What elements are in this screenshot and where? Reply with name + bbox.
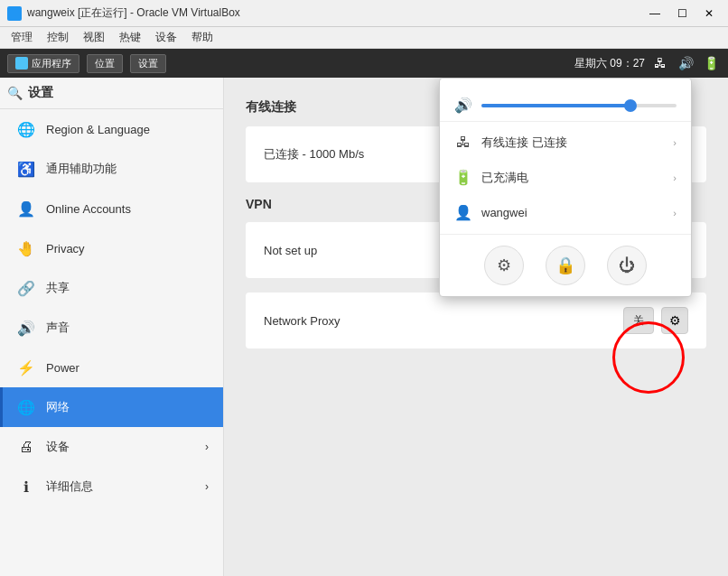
titlebar-controls: — ☐ ✕ xyxy=(643,5,721,23)
menubar-item-热键[interactable]: 热键 xyxy=(112,28,148,47)
proxy-card: Network Proxy 关 ⚙ xyxy=(246,293,706,348)
taskbar-settings-label: 设置 xyxy=(138,57,158,70)
volume-thumb xyxy=(624,99,637,112)
devices-chevron-icon: › xyxy=(205,441,209,453)
taskbar-settings[interactable]: 设置 xyxy=(130,54,166,73)
tray-user-icon: 👤 xyxy=(454,204,472,221)
volume-tray-icon[interactable]: 🔊 xyxy=(676,53,695,73)
taskbar-right: 星期六 09：27 🖧 🔊 🔋 xyxy=(574,53,721,73)
sound-icon: 🔊 xyxy=(17,319,35,337)
volume-track xyxy=(481,104,628,107)
taskbar-left: 应用程序 位置 设置 xyxy=(7,54,166,73)
volume-icon: 🔊 xyxy=(454,97,472,114)
menubar: 管理控制视图热键设备帮助 xyxy=(0,27,728,49)
restore-button[interactable]: ☐ xyxy=(670,5,694,23)
accessibility-icon: ♿ xyxy=(17,160,35,178)
proxy-settings-button[interactable]: ⚙ xyxy=(661,307,688,334)
sidebar-item-region[interactable]: 🌐 Region & Language xyxy=(0,109,223,149)
sidebar-item-devices[interactable]: 🖨 设备 › xyxy=(0,427,223,467)
tray-user-chevron: › xyxy=(673,208,677,218)
vpn-status: Not set up xyxy=(264,244,317,257)
details-chevron-icon: › xyxy=(205,480,209,493)
taskbar-location-label: 位置 xyxy=(95,57,115,70)
sidebar-item-details[interactable]: ℹ 详细信息 › xyxy=(0,467,223,506)
taskbar-app-label: 应用程序 xyxy=(32,57,71,70)
taskbar-datetime: 星期六 09：27 xyxy=(574,56,645,71)
network-icon: 🌐 xyxy=(17,398,35,416)
titlebar: wangweix [正在运行] - Oracle VM VirtualBox —… xyxy=(0,0,728,27)
proxy-label: Network Proxy xyxy=(264,314,341,328)
taskbar-app-icon[interactable]: 应用程序 xyxy=(7,54,79,73)
minimize-button[interactable]: — xyxy=(643,5,667,23)
tray-power-button[interactable]: ⏻ xyxy=(607,246,647,285)
volume-row: 🔊 xyxy=(440,89,691,122)
sidebar-item-accessibility[interactable]: ♿ 通用辅助功能 xyxy=(0,149,223,189)
sidebar-item-power[interactable]: ⚡ Power xyxy=(0,348,223,387)
menubar-item-视图[interactable]: 视图 xyxy=(76,28,112,47)
tray-lock-button[interactable]: 🔒 xyxy=(546,246,585,285)
wired-status: 已连接 - 1000 Mb/s xyxy=(264,146,364,163)
tray-wired-label: 有线连接 已连接 xyxy=(481,135,664,151)
menubar-item-帮助[interactable]: 帮助 xyxy=(184,28,220,47)
tray-battery-label: 已充满电 xyxy=(481,170,664,186)
titlebar-app-icon xyxy=(7,6,22,21)
tray-wired-item[interactable]: 🖧 有线连接 已连接 › xyxy=(440,125,691,160)
sidebar-search[interactable]: 🔍 设置 xyxy=(0,78,223,109)
sidebar-item-sound-label: 声音 xyxy=(46,320,70,336)
content-area: 有线连接 已连接 - 1000 Mb/s ⚙ VPN Not set up ⚙ … xyxy=(224,78,728,576)
power-icon: ⚡ xyxy=(17,358,35,376)
online-accounts-icon: 👤 xyxy=(17,200,35,218)
sidebar-item-sound[interactable]: 🔊 声音 xyxy=(0,308,223,348)
tray-battery-item[interactable]: 🔋 已充满电 › xyxy=(440,160,691,195)
devices-icon: 🖨 xyxy=(17,438,35,456)
sidebar-item-network-label: 网络 xyxy=(46,399,70,415)
sidebar-item-online-accounts[interactable]: 👤 Online Accounts xyxy=(0,189,223,228)
sidebar-item-region-label: Region & Language xyxy=(46,123,150,136)
sidebar-item-sharing[interactable]: 🔗 共享 xyxy=(0,268,223,308)
sidebar-item-accessibility-label: 通用辅助功能 xyxy=(46,161,117,177)
taskbar: 应用程序 位置 设置 星期六 09：27 🖧 🔊 🔋 xyxy=(0,49,728,78)
power-tray-icon[interactable]: 🔋 xyxy=(701,53,721,73)
volume-slider[interactable] xyxy=(481,104,677,107)
sidebar-item-devices-label: 设备 xyxy=(46,439,70,455)
sidebar-item-online-accounts-label: Online Accounts xyxy=(46,202,131,216)
sharing-icon: 🔗 xyxy=(17,279,35,297)
privacy-icon: 🤚 xyxy=(17,239,35,257)
main-window: 🔍 设置 🌐 Region & Language ♿ 通用辅助功能 👤 Onli… xyxy=(0,78,728,576)
settings-title: 设置 xyxy=(28,85,53,101)
titlebar-title: wangweix [正在运行] - Oracle VM VirtualBox xyxy=(27,5,643,21)
sidebar-item-sharing-label: 共享 xyxy=(46,280,70,296)
tray-settings-button[interactable]: ⚙ xyxy=(484,246,524,285)
region-icon: 🌐 xyxy=(17,120,35,138)
sidebar: 🔍 设置 🌐 Region & Language ♿ 通用辅助功能 👤 Onli… xyxy=(0,78,224,576)
proxy-actions: 关 ⚙ xyxy=(623,307,688,334)
taskbar-location[interactable]: 位置 xyxy=(87,54,123,73)
tray-popup: 🔊 🖧 有线连接 已连接 › 🔋 已充满电 › 👤 wangwei xyxy=(439,78,692,297)
menubar-item-设备[interactable]: 设备 xyxy=(148,28,184,47)
tray-user-item[interactable]: 👤 wangwei › xyxy=(440,195,691,230)
sidebar-item-power-label: Power xyxy=(46,361,79,375)
proxy-toggle-button[interactable]: 关 xyxy=(623,307,654,334)
sidebar-item-privacy-label: Privacy xyxy=(46,242,85,255)
tray-wired-icon: 🖧 xyxy=(454,135,472,151)
sidebar-item-details-label: 详细信息 xyxy=(46,478,93,495)
close-button[interactable]: ✕ xyxy=(697,5,721,23)
tray-wired-chevron: › xyxy=(673,137,677,148)
details-icon: ℹ xyxy=(17,478,35,496)
sidebar-item-network[interactable]: 🌐 网络 xyxy=(0,387,223,427)
network-tray-icon[interactable]: 🖧 xyxy=(650,53,670,73)
menubar-item-管理[interactable]: 管理 xyxy=(4,28,40,47)
tray-battery-chevron: › xyxy=(673,172,677,183)
tray-user-label: wangwei xyxy=(481,206,664,219)
sidebar-item-privacy[interactable]: 🤚 Privacy xyxy=(0,228,223,268)
tray-battery-icon: 🔋 xyxy=(454,169,472,186)
search-icon: 🔍 xyxy=(7,86,23,100)
tray-bottom-buttons: ⚙ 🔒 ⏻ xyxy=(440,234,691,289)
menubar-item-控制[interactable]: 控制 xyxy=(40,28,76,47)
